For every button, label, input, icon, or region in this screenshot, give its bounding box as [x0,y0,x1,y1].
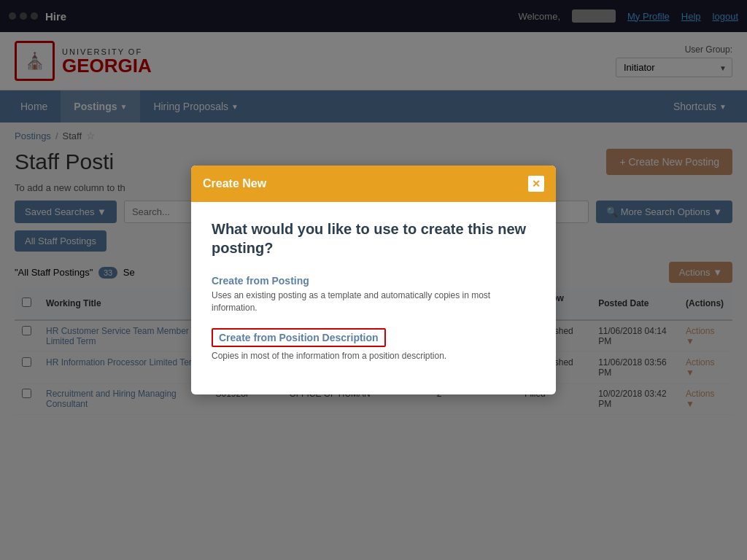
modal-option-position-desc: Create from Position Description Copies … [212,328,535,362]
create-from-posting-link[interactable]: Create from Posting [212,275,309,287]
modal-question: What would you like to use to create thi… [212,219,535,257]
modal-close-button[interactable]: ✕ [528,176,544,192]
create-from-position-description-link[interactable]: Create from Position Description [212,328,386,347]
modal-title: Create New [203,177,266,190]
create-from-position-description-desc: Copies in most of the information from a… [212,350,535,362]
modal-overlay[interactable]: Create New ✕ What would you like to use … [0,0,747,560]
create-from-posting-desc: Uses an existing posting as a template a… [212,289,535,314]
modal-header: Create New ✕ [191,166,556,202]
create-new-modal: Create New ✕ What would you like to use … [191,166,556,394]
modal-option-posting: Create from Posting Uses an existing pos… [212,275,535,314]
modal-body: What would you like to use to create thi… [191,202,556,394]
